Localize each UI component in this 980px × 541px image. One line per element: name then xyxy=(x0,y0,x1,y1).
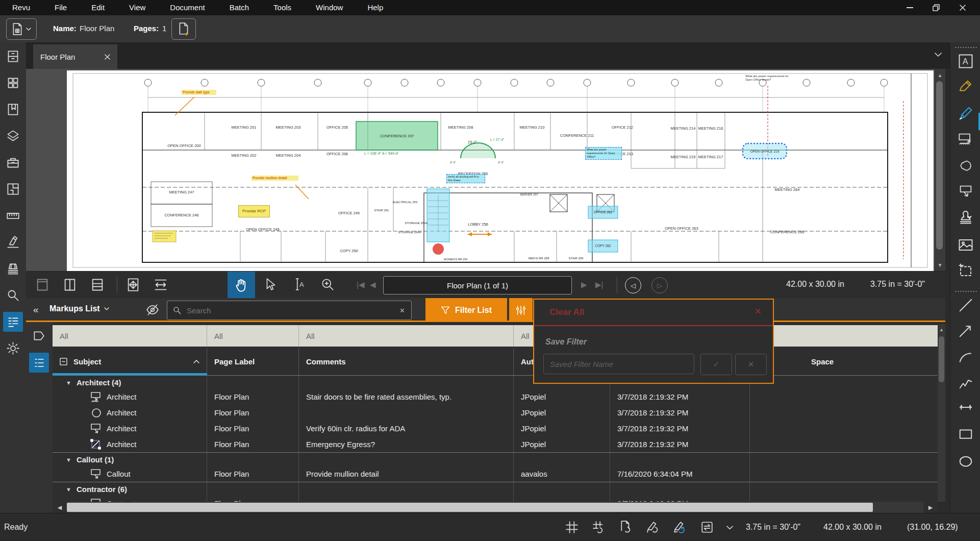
status-options-chevron-icon[interactable] xyxy=(726,526,733,530)
menu-batch[interactable]: Batch xyxy=(217,0,261,15)
clear-search-icon[interactable]: ✕ xyxy=(399,307,405,314)
status-scale[interactable]: 3.75 in = 30'-0" xyxy=(746,523,800,532)
popup-close-icon[interactable]: ✕ xyxy=(754,306,762,317)
previous-view-button[interactable]: ◁ xyxy=(625,277,641,293)
group-row-callout[interactable]: ▼Callout (1) xyxy=(53,452,938,466)
polyline-tool-button[interactable] xyxy=(958,375,973,390)
clear-all-button[interactable]: Clear All xyxy=(549,307,584,317)
measurements-panel-button[interactable] xyxy=(6,209,20,223)
cloud-tool-button[interactable] xyxy=(958,159,973,174)
arc-tool-button[interactable] xyxy=(958,350,973,365)
search-panel-button[interactable] xyxy=(6,288,20,302)
filter-all-page[interactable]: All xyxy=(207,325,299,347)
menu-help[interactable]: Help xyxy=(355,0,395,15)
callout-markup-wall-type[interactable]: Provide wall type xyxy=(182,90,216,95)
scrollbar-thumb[interactable] xyxy=(67,503,873,512)
table-horizontal-scrollbar[interactable]: ◀ ▶ xyxy=(53,502,938,513)
filter-all-comments[interactable]: All xyxy=(299,325,514,347)
pdf-sheet[interactable]: OPEN OFFICE 200 MEETING 201 MEETING 203 … xyxy=(67,70,934,271)
group-row-architect[interactable]: ▼Architect (4) xyxy=(53,375,938,389)
markups-list-panel-button[interactable] xyxy=(3,312,23,332)
callout-markup-mullion[interactable]: Provide mullion detail xyxy=(252,176,298,181)
collapse-panel-button[interactable]: « xyxy=(33,304,38,315)
filter-settings-button[interactable] xyxy=(509,298,533,322)
arrow-tool-button[interactable] xyxy=(958,323,973,338)
menu-document[interactable]: Document xyxy=(158,0,217,15)
drawing-canvas-area[interactable]: OPEN OFFICE 200 MEETING 201 MEETING 203 … xyxy=(26,69,945,271)
fit-page-button[interactable] xyxy=(126,278,141,293)
scroll-down-arrow[interactable]: ▼ xyxy=(935,260,945,270)
text-box-markup-rcp[interactable]: Provide RCP xyxy=(238,205,270,217)
table-row[interactable]: Architect Floor Plan JPopiel 3/7/2018 2:… xyxy=(53,405,938,421)
cancel-save-filter-button[interactable]: ✕ xyxy=(735,354,767,375)
close-window-button[interactable] xyxy=(949,0,976,15)
table-row[interactable]: Architect Floor Plan Verify 60in clr. ra… xyxy=(53,421,938,436)
saved-filter-name-input[interactable] xyxy=(543,354,694,374)
sets-panel-button[interactable] xyxy=(6,262,20,276)
scroll-up-arrow[interactable]: ▲ xyxy=(935,70,945,80)
menu-revu[interactable]: Revu xyxy=(0,0,42,15)
split-horizontal-button[interactable] xyxy=(90,278,106,293)
document-menu-button[interactable] xyxy=(6,18,37,40)
next-page-button[interactable]: ▶ xyxy=(581,280,587,289)
line-tool-button[interactable] xyxy=(958,298,973,313)
zoom-tool-button[interactable] xyxy=(321,278,336,293)
hide-markups-button[interactable] xyxy=(146,304,159,316)
collapse-all-icon[interactable] xyxy=(60,358,67,365)
column-header-page-label[interactable]: Page Label xyxy=(207,348,299,375)
cloud-callout-tool-button[interactable] xyxy=(958,132,973,147)
rectangle-tool-button[interactable] xyxy=(958,426,973,441)
scroll-left-arrow[interactable]: ◀ xyxy=(53,502,67,513)
pan-tool-button[interactable] xyxy=(228,272,255,299)
bookmarks-panel-button[interactable] xyxy=(6,103,20,116)
table-row[interactable]: Architect Floor Plan Emergency Egress? J… xyxy=(53,436,938,452)
grid-toggle-button[interactable] xyxy=(565,521,580,535)
signatures-panel-button[interactable] xyxy=(6,235,20,249)
split-vertical-button[interactable] xyxy=(63,278,78,293)
column-header-comments[interactable]: Comments xyxy=(299,348,514,375)
settings-button[interactable] xyxy=(6,341,20,355)
canvas-vertical-scrollbar[interactable]: ▲ ▼ xyxy=(935,69,945,271)
filter-all-space[interactable]: All xyxy=(750,325,938,347)
last-page-button[interactable]: ▶| xyxy=(595,280,603,289)
single-page-view-button[interactable] xyxy=(35,278,51,293)
fit-width-button[interactable] xyxy=(154,278,169,293)
panel-expand-chevron-icon[interactable] xyxy=(935,53,942,57)
scrollbar-thumb[interactable] xyxy=(936,81,943,250)
select-tool-button[interactable] xyxy=(264,278,279,293)
thumbnails-panel-button[interactable] xyxy=(6,76,20,90)
measure-tool-button[interactable] xyxy=(958,400,973,415)
text-markup-power-question[interactable]: What are power requirements for Open Off… xyxy=(745,75,790,82)
tool-chest-panel-button[interactable] xyxy=(6,156,20,169)
file-access-panel-button[interactable] xyxy=(6,50,20,63)
synchronize-views-button[interactable] xyxy=(700,521,715,535)
text-box-tool-button[interactable]: A xyxy=(958,54,973,69)
layers-panel-button[interactable] xyxy=(6,129,20,143)
reuse-markups-button[interactable] xyxy=(673,521,688,535)
text-select-tool-button[interactable]: A xyxy=(292,278,308,293)
note-markup-ducting[interactable]: Verify all ducting will fit in this chas… xyxy=(446,174,485,183)
next-view-button[interactable]: ▷ xyxy=(651,277,668,293)
toolbar-drag-handle[interactable] xyxy=(954,290,977,292)
insert-page-button[interactable] xyxy=(171,18,196,40)
note-markup-power-question[interactable]: What are power requirements for Open Off… xyxy=(585,147,622,160)
table-vertical-scrollbar[interactable]: ▲ xyxy=(938,324,945,502)
image-tool-button[interactable] xyxy=(958,237,973,253)
confirm-save-filter-button[interactable]: ✓ xyxy=(700,354,732,375)
restore-button[interactable] xyxy=(923,0,949,15)
group-row-contractor[interactable]: ▼Contractor (6) xyxy=(53,482,938,496)
first-page-button[interactable]: |◀ xyxy=(357,280,364,289)
callout-tool-button[interactable] xyxy=(958,184,973,200)
menu-window[interactable]: Window xyxy=(304,0,355,15)
spaces-panel-button[interactable] xyxy=(6,182,20,196)
menu-view[interactable]: View xyxy=(117,0,158,15)
snap-to-markup-button[interactable] xyxy=(646,521,661,535)
snap-to-grid-button[interactable] xyxy=(592,521,607,535)
toolbar-drag-handle[interactable] xyxy=(954,46,977,48)
scroll-right-arrow[interactable]: ▶ xyxy=(923,502,938,513)
ellipse-tool-button[interactable] xyxy=(958,454,973,469)
table-row[interactable]: Contractor Floor Plan 3/7/2018 2:19:32 P… xyxy=(53,496,938,502)
menu-file[interactable]: File xyxy=(42,0,79,15)
snap-to-content-button[interactable] xyxy=(619,521,634,535)
minimize-button[interactable] xyxy=(896,0,923,15)
